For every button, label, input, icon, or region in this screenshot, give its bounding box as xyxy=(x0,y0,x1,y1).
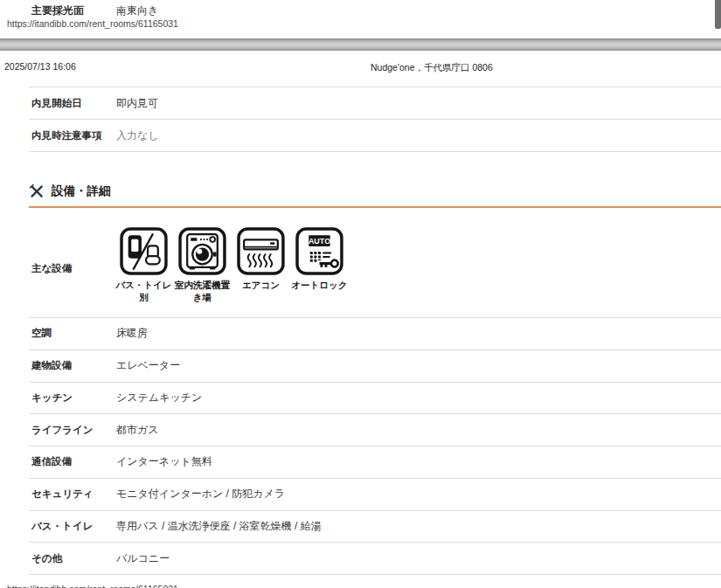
section-title: 設備・詳細 xyxy=(52,183,111,199)
print-document-title: Nudge'one，千代県庁口 0806 xyxy=(371,62,493,74)
print-timestamp: 2025/07/13 16:06 xyxy=(4,61,76,72)
row-value: バルコニー xyxy=(116,551,170,566)
row-label: キッチン xyxy=(29,391,116,405)
lighting-row-label: 主要採光面 xyxy=(31,3,84,18)
table-row: 建物設備 エレベーター xyxy=(29,349,721,382)
crossed-tools-icon xyxy=(29,183,45,199)
lighting-row-value: 南東向き xyxy=(116,3,158,18)
table-row: ライフライン 都市ガス xyxy=(29,413,721,446)
section-accent-line xyxy=(29,206,721,208)
row-label: セキュリティ xyxy=(29,488,116,501)
equipment-list: バス・トイレ別 xyxy=(114,227,349,303)
page-separator xyxy=(0,38,721,51)
equipment-label: 室内洗濯機置き場 xyxy=(173,279,232,303)
equipment-label: オートロック xyxy=(291,279,347,291)
previous-page-footer-url: https://itandibb.com/rent_rooms/61165031 xyxy=(7,18,178,29)
print-preview-screen: 主要採光面 南東向き https://itandibb.com/rent_roo… xyxy=(0,0,721,588)
row-value: 床暖房 xyxy=(116,326,148,341)
equipment-item: AUTO xyxy=(290,227,349,303)
equipment-item: 室内洗濯機置き場 xyxy=(173,227,232,303)
bath-toilet-separate-icon xyxy=(120,227,168,275)
row-value: 都市ガス xyxy=(116,423,159,438)
row-label: その他 xyxy=(29,552,116,565)
auto-lock-icon: AUTO xyxy=(295,227,343,275)
current-page-footer-url: https://itandibb.com/rent_rooms/61165031 xyxy=(7,584,178,588)
table-row: セキュリティ モニタ付インターホン / 防犯カメラ xyxy=(29,478,721,510)
row-value: 専用バス / 温水洗浄便座 / 浴室乾燥機 / 給湯 xyxy=(116,519,322,534)
table-row: 通信設備 インターネット無料 xyxy=(29,446,721,478)
indoor-washer-icon xyxy=(178,227,226,275)
equipment-label: バス・トイレ別 xyxy=(114,279,173,303)
row-value: エレベーター xyxy=(116,358,180,373)
viewing-table: 内見開始日 即内見可 内見時注意事項 入力なし xyxy=(29,86,721,152)
row-value: システムキッチン xyxy=(116,391,202,405)
svg-text:AUTO: AUTO xyxy=(309,237,330,246)
row-label: 空調 xyxy=(29,327,116,340)
main-equipment-label: 主な設備 xyxy=(31,262,72,275)
equipment-item: バス・トイレ別 xyxy=(114,227,173,303)
table-row: バス・トイレ 専用バス / 温水洗浄便座 / 浴室乾燥機 / 給湯 xyxy=(29,510,721,543)
row-label: 建物設備 xyxy=(29,359,116,372)
table-row: キッチン システムキッチン xyxy=(29,382,721,414)
table-row: その他 バルコニー xyxy=(29,542,721,574)
air-conditioner-icon xyxy=(237,227,285,275)
row-label: 通信設備 xyxy=(29,455,116,468)
row-label: 内見時注意事項 xyxy=(29,129,116,142)
row-label: バス・トイレ xyxy=(29,520,116,533)
row-label: 内見開始日 xyxy=(29,97,116,110)
equipment-item: エアコン xyxy=(232,227,290,303)
table-row: 内見開始日 即内見可 xyxy=(29,86,721,119)
scrollbar-thumb[interactable] xyxy=(715,0,721,29)
equipment-section-header: 設備・詳細 xyxy=(29,183,111,199)
table-row: 内見時注意事項 入力なし xyxy=(29,119,721,151)
table-row: 空調 床暖房 xyxy=(29,317,721,349)
row-value: 入力なし xyxy=(116,128,159,143)
equipment-label: エアコン xyxy=(242,279,280,291)
row-label: ライフライン xyxy=(29,424,116,437)
row-value: 即内見可 xyxy=(116,96,158,111)
row-value: モニタ付インターホン / 防犯カメラ xyxy=(116,487,285,502)
details-table: 空調 床暖房 建物設備 エレベーター キッチン システムキッチン ライフライン … xyxy=(29,317,721,575)
row-value: インターネット無料 xyxy=(116,454,212,469)
